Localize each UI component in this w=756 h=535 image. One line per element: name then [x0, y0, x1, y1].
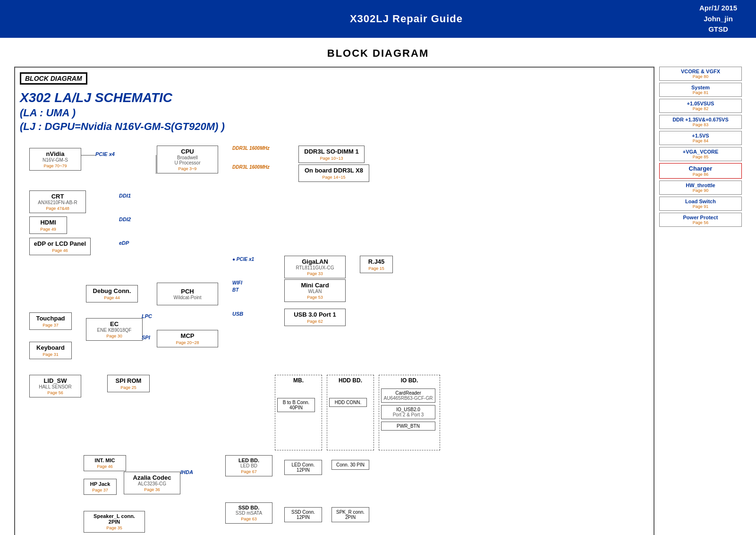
debug-page: Page 44: [90, 295, 134, 300]
sidebar-vcore[interactable]: VCORE & VGFX Page 80: [659, 67, 742, 81]
crt-page: Page 47&48: [34, 206, 82, 211]
spirom-title: SPI ROM: [111, 377, 145, 384]
keyboard-block: Keyboard Page 31: [29, 342, 72, 359]
debug-block: Debug Conn. Page 44: [86, 285, 138, 302]
bt-label: BT: [232, 287, 238, 293]
sidebar-hw-throttle[interactable]: HW_throttle Page 90: [659, 181, 742, 195]
mb-dashed: MB. B to B Conn. 40PIN: [275, 375, 322, 450]
hdmi-title: HDMI: [34, 219, 63, 226]
gigalan-page: Page 33: [289, 271, 341, 276]
hdd-bd-dashed: HDD BD. HDD CONN.: [327, 375, 374, 450]
hdd-conn-title: HDD CONN.: [331, 400, 365, 405]
sidebar-1v5[interactable]: +1.5VS Page 84: [659, 131, 742, 145]
header-dept: GTSD: [699, 24, 737, 35]
pcie-x1-label: ● PCIE x1: [232, 257, 254, 262]
cardreader-title: CardReader: [383, 390, 433, 396]
lidsw-page: Page 56: [34, 390, 77, 395]
spi-label: SPI: [142, 335, 150, 340]
pcie-x4-label: PCIE x4: [95, 151, 115, 157]
hdd-bd-title: HDD BD.: [329, 377, 372, 384]
ihda-label: IHDA: [180, 469, 193, 475]
ssd-bd-block: SSD BD. SSD mSATA Page 63: [225, 502, 272, 524]
crt-sub: ANX6210FN-AB-R: [34, 200, 82, 205]
mcp-block: MCP Page 20~28: [157, 330, 218, 347]
lidsw-sub: HALL SENSOR: [34, 384, 77, 389]
diagram-area: nVidia N16V-GM-S Page 70~79 PCIE x4 CPU …: [20, 143, 649, 535]
edp-conn-label: eDP: [119, 240, 129, 246]
sidebar-ddr[interactable]: DDR +1.35V&+0.675VS Page 83: [659, 115, 742, 129]
edp-title: eDP or LCD Panel: [34, 240, 86, 247]
cardreader-sub: AU6465RB63-GCF-GR: [383, 396, 433, 401]
header-date: Apr/1/ 2015: [699, 3, 737, 14]
ssd-conn-title: SSD Conn. 12PIN: [289, 509, 318, 520]
azalia-sub: ALC3236-CG: [128, 481, 176, 486]
ec-sub: ENE KB9018QF: [90, 328, 138, 333]
sidebar-vga-vcore[interactable]: +VGA_VCORE Page 85: [659, 147, 742, 161]
bd-label: BLOCK DIAGRAM: [20, 72, 87, 85]
gigalan-block: GigaLAN RTL8111GUX-CG Page 33: [284, 256, 346, 278]
touchpad-block: Touchpad Page 37: [29, 312, 72, 330]
sidebar-system[interactable]: System Page 81: [659, 83, 742, 97]
keyboard-page: Page 31: [34, 352, 68, 357]
page-title: BLOCK DIAGRAM: [14, 47, 742, 60]
schematic-line2: (LA : UMA ): [20, 106, 649, 120]
hdmi-page: Page 49: [34, 227, 63, 232]
usb-label: USB: [232, 311, 243, 317]
speakerl-title: Speaker_L conn. 2PIN: [88, 513, 141, 525]
sidebar-power-protect[interactable]: Power Protect Page 56: [659, 213, 742, 227]
mcp-page: Page 20~28: [161, 340, 214, 345]
mb-title: MB.: [277, 377, 320, 384]
minicard-sub: WLAN: [289, 289, 341, 294]
usb30-title: USB 3.0 Port 1: [289, 311, 341, 318]
intmic-page: Page 46: [88, 464, 122, 469]
schematic-title: X302 LA/LJ SCHEMATIC (LA : UMA ) (LJ : D…: [20, 89, 649, 134]
rj45-title: R.J45: [364, 258, 389, 265]
speakerl-page: Page 35: [88, 526, 141, 530]
cpu-block: CPU Broadwell U Processor Page 3~9: [157, 146, 218, 173]
led-bd-title: LED BD.: [229, 457, 268, 463]
gigalan-title: GigaLAN: [289, 258, 341, 265]
sidebar-charger[interactable]: Charger Page 86: [659, 163, 742, 179]
intmic-block: INT. MIC Page 46: [84, 455, 126, 471]
intmic-title: INT. MIC: [88, 457, 122, 463]
gigalan-sub: RTL8111GUX-CG: [289, 265, 341, 270]
crt-block: CRT ANX6210FN-AB-R Page 47&48: [29, 190, 86, 213]
ddr3l-1600-2-label: DDR3L 1600MHz: [232, 164, 270, 170]
pwr-btn-block: PWR_BTN: [381, 422, 435, 431]
speakerl-block: Speaker_L conn. 2PIN Page 35: [84, 511, 145, 533]
nvidia-title: nVidia: [34, 150, 77, 157]
mcp-title: MCP: [161, 332, 214, 339]
ddi1-label: DDI1: [119, 193, 131, 198]
btob-block: B to B Conn. 40PIN: [277, 398, 315, 412]
led-bd-block: LED BD. LED BD Page 67: [225, 455, 272, 476]
ddr3l-sodimm-block: DDR3L SO-DIMM 1 Page 10~13: [298, 146, 365, 163]
conn30-block: Conn. 30 PIN: [331, 460, 369, 470]
ec-block: EC ENE KB9018QF Page 30: [86, 318, 143, 341]
sidebar-load-switch[interactable]: Load Switch Page 91: [659, 197, 742, 211]
azalia-block: Azalia Codec ALC3236-CG Page 36: [124, 472, 180, 494]
main-content: BLOCK DIAGRAM BLOCK DIAGRAM X302 LA/LJ S…: [0, 38, 756, 535]
touchpad-title: Touchpad: [34, 315, 68, 322]
ssd-bd-sub: SSD mSATA: [229, 510, 268, 516]
touchpad-page: Page 37: [34, 323, 68, 328]
ddr3l-onboard-page: Page 14~15: [303, 175, 365, 180]
spkr-block: SPK_R conn. 2PIN: [331, 507, 369, 522]
rj45-block: R.J45 Page 15: [360, 256, 393, 273]
lidsw-block: LID_SW HALL SENSOR Page 56: [29, 375, 81, 397]
led-conn-title: LED Conn. 12PIN: [289, 462, 318, 473]
ec-title: EC: [90, 320, 138, 328]
sidebar-vsus[interactable]: +1.05VSUS Page 82: [659, 99, 742, 113]
hdd-conn-block: HDD CONN.: [329, 398, 367, 407]
header: X302LJ Repair Guide Apr/1/ 2015 John_jin…: [0, 0, 756, 38]
crt-title: CRT: [34, 193, 82, 200]
diagram-main: BLOCK DIAGRAM X302 LA/LJ SCHEMATIC (LA :…: [14, 67, 654, 535]
led-bd-sub: LED BD: [229, 463, 268, 468]
io-usb-sub: Port 2 & Port 3: [383, 412, 433, 417]
hpjack-title: HP Jack: [88, 481, 112, 487]
minicard-title: Mini Card: [289, 282, 341, 289]
ssd-bd-title: SSD BD.: [229, 505, 268, 510]
lidsw-title: LID_SW: [34, 377, 77, 384]
ddi2-label: DDI2: [119, 216, 131, 222]
io-usb-title: IO_USB2.0: [383, 407, 433, 412]
io-usb-block: IO_USB2.0 Port 2 & Port 3: [381, 405, 435, 419]
